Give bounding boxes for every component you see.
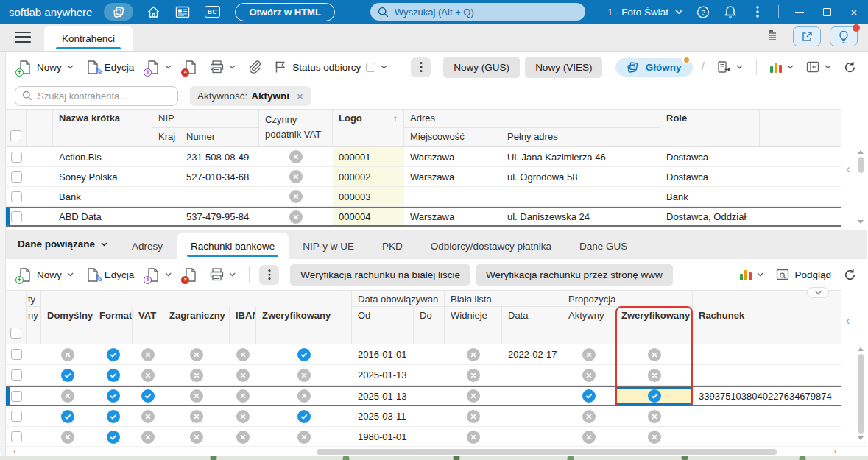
upper-vertical-scrollbar[interactable] <box>858 150 864 224</box>
related-data-menu[interactable]: Dane powiązane <box>15 238 118 259</box>
help-button[interactable]: ? <box>696 5 710 18</box>
bank-account-row[interactable]: 2025-01-13 <box>6 365 841 386</box>
more-actions-button[interactable] <box>411 57 431 77</box>
header-rachunek[interactable]: Rachunek <box>693 307 841 344</box>
dock-panel-button[interactable] <box>802 58 835 76</box>
contractor-row[interactable]: ABD Data537-479-95-84000004Warszawaul. D… <box>6 207 841 227</box>
bank-account-row[interactable]: 2016-01-012022-02-17 <box>6 344 841 365</box>
chart-button[interactable] <box>736 266 767 283</box>
account-info-button[interactable]: i <box>143 265 175 285</box>
row-checkbox[interactable] <box>11 391 22 402</box>
document-info-button[interactable]: i <box>143 57 175 77</box>
contractor-row[interactable]: Bank000003Bank <box>6 187 841 207</box>
collapse-detail-panel-button[interactable] <box>807 287 829 298</box>
scroll-down-icon[interactable] <box>858 436 864 440</box>
refresh-accounts-button[interactable] <box>840 266 860 284</box>
bank-account-row[interactable]: 2025-03-11 <box>6 406 841 427</box>
header-role[interactable]: Role <box>660 110 760 146</box>
close-button[interactable]: × <box>847 5 861 18</box>
share-button[interactable] <box>793 26 821 46</box>
maximize-button[interactable] <box>820 5 833 18</box>
verify-www-button[interactable]: Weryfikacja rachunku przez stronę www <box>476 264 673 286</box>
row-select-cell[interactable] <box>6 387 27 405</box>
lower-vertical-scrollbar[interactable] <box>858 347 864 440</box>
refresh-button[interactable] <box>840 58 860 77</box>
workspace-switcher-button[interactable] <box>104 3 133 21</box>
row-select-cell[interactable] <box>6 208 27 225</box>
new-button[interactable]: + Nowy <box>15 57 77 77</box>
row-select-cell[interactable] <box>6 344 27 364</box>
row-checkbox[interactable] <box>11 411 22 422</box>
row-select-cell[interactable] <box>6 406 27 426</box>
scrollbar-thumb[interactable] <box>317 449 777 455</box>
home-button[interactable] <box>144 3 163 21</box>
header-truncated-column[interactable]: ny <box>27 307 41 344</box>
scrollbar-thumb[interactable] <box>858 157 864 173</box>
scroll-right-icon[interactable]: › <box>833 446 836 456</box>
activity-filter-chip[interactable]: Aktywność: Aktywni × <box>190 86 311 106</box>
company-selector[interactable]: 1 - Foto Świat <box>607 7 682 18</box>
open-html-button[interactable]: Otwórz w HTML <box>235 3 335 21</box>
main-view-button[interactable]: Główny <box>615 58 693 77</box>
minimize-button[interactable] <box>793 5 806 18</box>
select-all-checkbox[interactable] <box>10 328 21 339</box>
header-nazwa-krotka[interactable]: Nazwa krótka <box>53 110 152 146</box>
print-accounts-button[interactable] <box>206 265 239 284</box>
header-do[interactable]: Do <box>414 307 445 344</box>
contractor-search[interactable] <box>15 86 178 106</box>
header-select-all-cell[interactable] <box>6 110 27 146</box>
verify-whitelist-button[interactable]: Weryfikacja rachunku na białej liście <box>290 264 470 286</box>
header-od[interactable]: Od <box>352 307 414 344</box>
attachments-button[interactable] <box>244 57 265 77</box>
header-propozycja-zweryfikowany[interactable]: Zweryfikowany <box>615 307 693 344</box>
detail-tab-nip-y-w-ue[interactable]: NIP-y w UE <box>289 233 368 259</box>
delete-account-button[interactable]: × <box>180 265 201 285</box>
more-account-actions-button[interactable] <box>259 265 279 285</box>
tab-kontrahenci[interactable]: Kontrahenci <box>44 26 133 51</box>
header-widnieje[interactable]: Widnieje <box>445 307 502 344</box>
edit-account-button[interactable]: ✎ Edycja <box>82 265 138 285</box>
contractor-search-input[interactable] <box>38 91 171 102</box>
header-pelny-adres[interactable]: Pełny adres <box>501 128 660 146</box>
new-vies-button[interactable]: Nowy (VIES) <box>525 57 602 78</box>
news-panel-button[interactable] <box>173 3 192 21</box>
row-checkbox[interactable] <box>11 171 22 183</box>
header-miejscowosc[interactable]: Miejscowość <box>404 128 501 146</box>
scroll-up-icon[interactable] <box>858 150 864 154</box>
row-checkbox[interactable] <box>11 369 22 381</box>
header-numer[interactable]: Numer <box>180 128 259 146</box>
hints-button[interactable] <box>830 26 858 46</box>
contractor-row[interactable]: Soney Polska527-010-34-68000002Warszawau… <box>6 167 841 187</box>
header-select-all-cell[interactable] <box>6 291 27 344</box>
detail-tab-pkd[interactable]: PKD <box>368 233 417 259</box>
row-checkbox[interactable] <box>11 211 22 222</box>
row-select-cell[interactable] <box>6 187 27 206</box>
row-checkbox[interactable] <box>11 431 22 442</box>
print-button[interactable] <box>206 57 239 77</box>
notifications-bell-button[interactable] <box>724 5 737 18</box>
bank-account-row[interactable]: 1980-01-01 <box>6 427 841 447</box>
header-vat[interactable]: VAT <box>133 307 163 344</box>
scroll-up-icon[interactable] <box>858 347 864 351</box>
horizontal-scrollbar[interactable]: ‹ › <box>6 446 867 456</box>
row-select-cell[interactable] <box>6 147 27 166</box>
header-domyslny[interactable]: Domyślny <box>41 307 93 344</box>
properties-panel-icon[interactable] <box>767 29 781 41</box>
select-all-checkbox[interactable] <box>10 130 21 141</box>
detail-tab-adresy[interactable]: Adresy <box>118 233 177 259</box>
collapse-right-panel-icon[interactable]: ‹ <box>846 163 850 175</box>
bank-account-row[interactable]: 2025-01-133393751038040227634679874 <box>6 386 841 406</box>
header-zweryfikowany[interactable]: Zweryfikowany <box>256 307 352 344</box>
header-zagraniczny[interactable]: Zagraniczny <box>163 307 230 344</box>
row-select-cell[interactable] <box>6 365 27 385</box>
new-account-button[interactable]: + Nowy <box>15 265 77 285</box>
header-logo[interactable]: Logo↑ <box>333 110 404 146</box>
detail-tab-dane-gus[interactable]: Dane GUS <box>565 233 641 259</box>
export-button[interactable] <box>713 57 747 77</box>
header-iban[interactable]: IBAN <box>230 307 256 344</box>
row-checkbox[interactable] <box>11 152 22 163</box>
header-format[interactable]: Format <box>93 307 133 344</box>
edit-button[interactable]: ✎ Edycja <box>82 57 138 77</box>
contractor-row[interactable]: Action.Bis231-508-08-49000001WarszawaUl.… <box>6 147 841 167</box>
collapse-right-panel-icon[interactable]: ‹ <box>846 315 850 327</box>
